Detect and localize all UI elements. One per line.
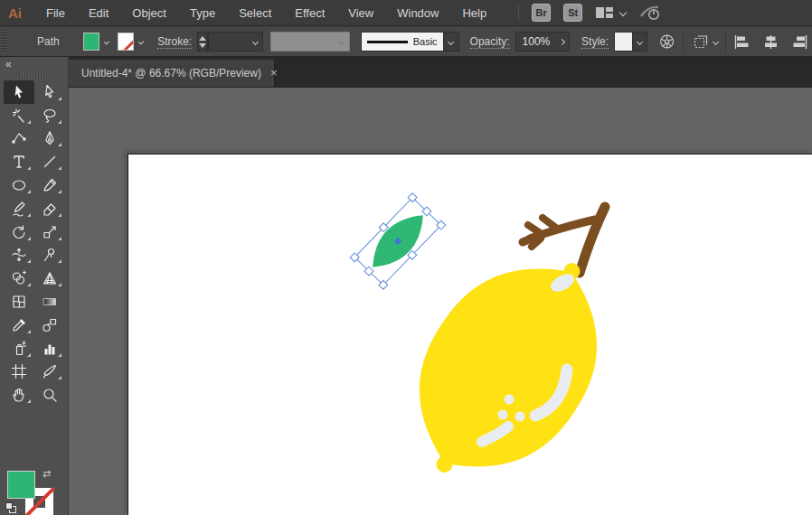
opacity-value: 100%	[523, 35, 551, 48]
stroke-color-swatch[interactable]	[118, 33, 134, 51]
workspace-switcher[interactable]	[595, 5, 626, 20]
mesh-tool[interactable]	[4, 290, 34, 314]
stepper-down-icon[interactable]	[199, 43, 206, 48]
menu-object[interactable]: Object	[120, 0, 178, 26]
stroke-chevron-down-icon[interactable]	[138, 39, 145, 45]
chevron-down-icon	[448, 38, 454, 44]
magic-wand-tool[interactable]	[4, 104, 34, 127]
pen-tool[interactable]	[34, 127, 65, 151]
menubar-separator	[518, 5, 519, 21]
isolate-mode-button[interactable]	[691, 33, 718, 51]
type-tool[interactable]	[4, 150, 34, 173]
fill-color-swatch[interactable]	[83, 33, 99, 51]
menu-window[interactable]: Window	[385, 0, 450, 26]
control-bar-separator	[683, 31, 684, 52]
opacity-label[interactable]: Opacity:	[470, 35, 510, 49]
curvature-tool[interactable]	[4, 127, 34, 151]
eyedropper-tool[interactable]	[4, 314, 34, 337]
puppet-warp-tool[interactable]	[34, 244, 65, 267]
symbol-sprayer-tool[interactable]	[4, 337, 34, 360]
fill-chevron-down-icon[interactable]	[103, 39, 109, 45]
artwork-layer	[69, 87, 812, 515]
artboard-tool[interactable]	[4, 360, 34, 384]
fill-stroke-wells: ⇄	[0, 464, 69, 515]
align-center-icon[interactable]	[762, 34, 779, 50]
lemon-body[interactable]	[373, 220, 643, 515]
width-profile-select	[270, 32, 349, 52]
tool-grid	[4, 80, 65, 407]
zoom-tool[interactable]	[34, 383, 65, 407]
style-swatch	[614, 32, 633, 52]
shape-builder-tool[interactable]	[4, 267, 34, 290]
stepper-up-icon[interactable]	[199, 36, 206, 41]
column-graph-tool[interactable]	[34, 337, 65, 360]
document-tab[interactable]: Untitled-4* @ 66.67% (RGB/Preview) ×	[69, 60, 275, 87]
default-fill-stroke-icon[interactable]	[5, 502, 16, 513]
slice-tool[interactable]	[34, 360, 65, 384]
selection-tool[interactable]	[4, 80, 34, 104]
chevron-down-icon	[619, 9, 627, 16]
line-segment-tool[interactable]	[34, 150, 65, 173]
stroke-weight-stepper[interactable]	[197, 32, 208, 52]
chevron-right-icon	[559, 38, 565, 44]
menu-file[interactable]: File	[34, 0, 77, 26]
eraser-tool[interactable]	[34, 197, 65, 220]
perspective-grid-tool[interactable]	[34, 267, 65, 290]
stock-button[interactable]: St	[563, 4, 582, 22]
stroke-panel-label[interactable]: Stroke:	[157, 35, 192, 49]
opacity-field[interactable]: 100%	[515, 32, 570, 52]
align-left-icon[interactable]	[733, 34, 751, 50]
gradient-tool[interactable]	[34, 290, 65, 314]
style-label[interactable]: Style:	[581, 35, 609, 49]
blend-tool[interactable]	[34, 314, 65, 337]
context-label: Path	[37, 35, 60, 48]
chevron-down-icon	[637, 38, 643, 44]
isolate-mode-icon	[691, 33, 711, 51]
workspace-switcher-icon	[595, 5, 614, 20]
share-icon[interactable]	[638, 4, 662, 22]
control-bar-separator	[725, 31, 726, 52]
menu-view[interactable]: View	[336, 0, 385, 26]
recolor-artwork-icon[interactable]	[658, 32, 675, 52]
control-bar: Path Stroke: Basic Opacity: 100% Style:	[0, 27, 812, 57]
fill-well[interactable]	[7, 471, 35, 499]
document-tab-title: Untitled-4* @ 66.67% (RGB/Preview)	[81, 67, 261, 80]
collapse-panel-icon[interactable]: «	[5, 58, 10, 70]
paintbrush-tool[interactable]	[34, 173, 65, 197]
document-tab-bar: Untitled-4* @ 66.67% (RGB/Preview) ×	[69, 57, 812, 87]
brush-name: Basic	[413, 36, 438, 47]
menu-bar: Ai FileEditObjectTypeSelectEffectViewWin…	[0, 0, 812, 26]
tools-panel: « ⇄	[0, 57, 69, 515]
menu-edit[interactable]: Edit	[77, 0, 120, 26]
lemon-stem[interactable]	[523, 207, 605, 273]
width-tool[interactable]	[4, 244, 34, 267]
lasso-tool[interactable]	[34, 104, 65, 127]
direct-selection-tool[interactable]	[34, 80, 65, 104]
hand-tool[interactable]	[4, 383, 34, 407]
tab-close-icon[interactable]: ×	[270, 68, 278, 79]
chevron-down-icon	[338, 38, 345, 44]
app-logo: Ai	[8, 5, 22, 21]
bridge-button[interactable]: Br	[532, 4, 551, 22]
shaper-tool[interactable]	[4, 197, 34, 220]
brush-definition-select[interactable]: Basic	[361, 32, 459, 52]
menu-help[interactable]: Help	[450, 0, 498, 26]
brush-stroke-preview	[367, 41, 408, 43]
stroke-weight-select[interactable]	[208, 32, 263, 52]
selection-handles[interactable]	[350, 193, 445, 290]
menu-effect[interactable]: Effect	[283, 0, 336, 26]
canvas-pasteboard[interactable]	[69, 87, 812, 515]
rotate-tool[interactable]	[4, 220, 34, 244]
chevron-down-icon	[252, 38, 259, 44]
scale-tool[interactable]	[34, 220, 65, 244]
align-right-icon[interactable]	[791, 34, 808, 50]
menu-items: FileEditObjectTypeSelectEffectViewWindow…	[34, 0, 498, 26]
chevron-down-icon	[713, 38, 719, 44]
ellipse-tool[interactable]	[4, 173, 34, 197]
menu-select[interactable]: Select	[227, 0, 283, 26]
swap-fill-stroke-icon[interactable]: ⇄	[42, 468, 51, 480]
panel-grip[interactable]	[19, 71, 50, 77]
style-select[interactable]	[614, 32, 647, 52]
control-bar-grip[interactable]	[1, 30, 6, 53]
menu-type[interactable]: Type	[178, 0, 227, 26]
